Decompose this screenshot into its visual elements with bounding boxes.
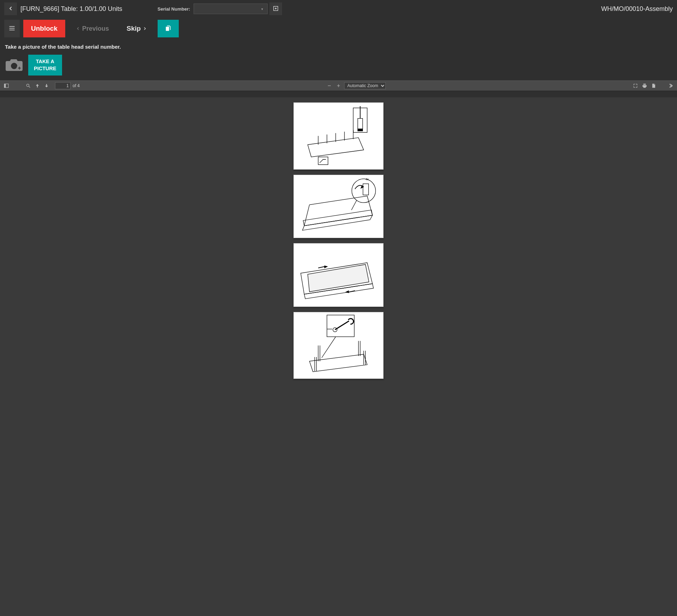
page-total-label: of 4 xyxy=(73,83,80,88)
work-order-title: WH/MO/00010-Assembly xyxy=(601,5,673,13)
menu-button[interactable] xyxy=(4,20,20,37)
pdf-toolbar: of 4 Automatic Zoom xyxy=(0,80,677,91)
instruction-area: Take a picture of the table head serial … xyxy=(0,37,677,80)
svg-rect-3 xyxy=(4,84,6,88)
svg-rect-14 xyxy=(358,119,363,129)
unblock-button[interactable]: Unblock xyxy=(23,20,65,37)
assembly-step-1 xyxy=(293,102,384,170)
skip-button[interactable]: Skip xyxy=(120,20,154,37)
skip-label: Skip xyxy=(127,25,141,32)
pdf-view-area[interactable]: 4x xyxy=(0,97,677,616)
print-button[interactable] xyxy=(641,82,648,89)
chevron-right-icon xyxy=(143,25,147,32)
find-button[interactable] xyxy=(25,82,32,89)
page-number-input[interactable] xyxy=(55,82,71,89)
zoom-in-button[interactable] xyxy=(335,82,342,89)
more-tools-button[interactable] xyxy=(667,82,674,89)
assembly-step-3 xyxy=(293,243,384,307)
download-button[interactable] xyxy=(650,82,657,89)
chevron-left-icon xyxy=(76,25,80,32)
serial-number-label: Serial Number: xyxy=(158,6,190,12)
svg-rect-35 xyxy=(294,312,383,379)
top-header: [FURN_9666] Table: 1.00/1.00 Units Seria… xyxy=(0,0,677,18)
assembly-step-2: 4x xyxy=(293,175,384,238)
take-picture-button[interactable]: TAKE A PICTURE xyxy=(28,55,62,76)
svg-text:4x: 4x xyxy=(365,177,369,181)
worksheet-button[interactable] xyxy=(158,20,179,37)
arrow-left-icon xyxy=(8,6,13,12)
svg-point-4 xyxy=(26,84,29,86)
previous-label: Previous xyxy=(82,25,109,32)
back-button[interactable] xyxy=(4,2,17,15)
svg-rect-5 xyxy=(294,103,383,169)
page-down-button[interactable] xyxy=(43,82,50,89)
zoom-out-button[interactable] xyxy=(326,82,333,89)
camera-plus-icon xyxy=(5,58,23,73)
page-title: [FURN_9666] Table: 1.00/1.00 Units xyxy=(20,5,122,13)
svg-rect-15 xyxy=(358,129,363,131)
assembly-step-4 xyxy=(293,312,384,379)
action-bar: Unblock Previous Skip xyxy=(0,20,677,37)
instruction-text: Take a picture of the table head serial … xyxy=(5,44,672,50)
serial-number-group: Serial Number: ▾ xyxy=(158,2,282,15)
add-lot-button[interactable] xyxy=(269,2,282,15)
hamburger-icon xyxy=(8,25,16,33)
fullscreen-button[interactable] xyxy=(632,82,639,89)
zoom-select[interactable]: Automatic Zoom xyxy=(344,82,386,89)
grid-plus-icon xyxy=(273,6,279,12)
sidebar-toggle-button[interactable] xyxy=(3,82,10,89)
page-up-button[interactable] xyxy=(34,82,41,89)
copy-icon xyxy=(165,25,172,33)
previous-button[interactable]: Previous xyxy=(69,20,116,37)
serial-number-input[interactable] xyxy=(194,4,268,14)
